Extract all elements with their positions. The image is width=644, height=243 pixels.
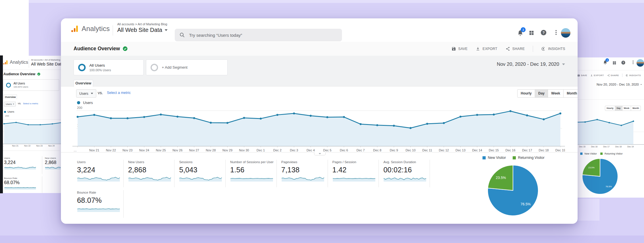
bg-x-label: Dec 17	[603, 146, 610, 148]
sparkline	[77, 175, 120, 182]
bg-visitor-pie-chart: 76.5%23.5%	[581, 158, 620, 195]
background-dark-strip	[0, 55, 3, 193]
bg-metric-select: Users	[4, 102, 16, 107]
notifications-badge: 3	[605, 58, 609, 62]
pie-legend-returning-visitor[interactable]: Returning Visitor	[513, 156, 544, 160]
pie-legend-new-visitor[interactable]: New Visitor	[482, 156, 506, 160]
metric-card-pageviews[interactable]: Pageviews7,138	[281, 160, 329, 183]
svg-text:23.5%: 23.5%	[588, 166, 595, 169]
bg-metric-value: 2,868	[45, 160, 61, 165]
metric-card-pages-session[interactable]: Pages / Session1.42	[332, 160, 380, 183]
metric-label: Number of Sessions per User	[230, 160, 278, 164]
svg-text:23.5%: 23.5%	[496, 176, 506, 180]
pie-legend-label: New Visitor	[488, 156, 506, 160]
bg-metric-value: 68.07%	[4, 180, 36, 185]
pie-legend-returning-visitor: Returning Visitor	[600, 152, 623, 155]
metric-card-avg-session-duration[interactable]: Avg. Session Duration00:02:16	[383, 160, 431, 183]
tab-overview[interactable]: Overview	[74, 80, 93, 87]
chart-expander-tab[interactable]	[314, 152, 326, 155]
divider	[123, 190, 124, 218]
insights-icon	[626, 74, 628, 77]
bg-legend-label: Users	[7, 110, 14, 113]
sparkline	[4, 185, 36, 190]
bg-pie-legend: New VisitorReturning Visitor	[580, 152, 623, 155]
notifications-bell-icon: 3	[603, 60, 608, 66]
svg-text:76.5%: 76.5%	[520, 202, 530, 206]
verified-badge-icon	[37, 72, 41, 76]
action-label: SHARE	[611, 74, 619, 77]
background-bottom-band	[0, 236, 644, 243]
background-corner-white	[0, 0, 29, 57]
action-label: INSIGHTS	[629, 74, 641, 77]
save-icon	[577, 74, 580, 77]
sparkline	[332, 175, 376, 182]
bg-x-axis-labels: …Nov 21Nov 22Nov 23Nov 24	[0, 145, 62, 148]
divider	[123, 160, 124, 187]
action-label: SAVE	[581, 74, 587, 77]
metric-value: 2,868	[128, 166, 176, 174]
metric-card-new-users[interactable]: New Users2,868	[128, 160, 176, 183]
divider	[0, 70, 62, 70]
metric-card-users[interactable]: Users3,224	[77, 160, 124, 183]
pie-legend: New VisitorReturning Visitor	[452, 156, 575, 160]
background-right-analytics-card: 3 ? SAVEEXPORTSHAREINSIGHTS Nov 20, 2020…	[576, 57, 644, 198]
bg-breadcrumb: All accounts > Art of Marketing Blog	[31, 59, 61, 61]
metric-card-number-of-sessions-per-user[interactable]: Number of Sessions per User1.56	[230, 160, 278, 183]
bg-property-name: All Web Site Data	[31, 62, 61, 66]
legend-square-icon	[580, 153, 583, 155]
avatar	[637, 59, 644, 67]
chevron-down-icon	[319, 153, 321, 154]
metric-label: Avg. Session Duration	[383, 160, 431, 164]
metric-value: 1.56	[230, 166, 278, 174]
divider	[225, 160, 226, 187]
divider	[576, 99, 644, 100]
bg-metric-users: Users 3,224	[4, 157, 36, 171]
metric-card-sessions[interactable]: Sessions5,043	[179, 160, 226, 183]
metric-card-bounce-rate[interactable]: Bounce Rate68.07%	[77, 191, 124, 213]
insights-button: INSIGHTS	[626, 74, 641, 77]
metric-value: 3,224	[77, 166, 124, 174]
bg-users-chart-end	[576, 116, 644, 148]
bg-x-label: Dec 18	[615, 146, 622, 148]
granularity-button-month: Month	[631, 106, 641, 111]
metric-label: Sessions	[179, 160, 226, 164]
bg-metric-new-users: New Users 2,868	[45, 157, 61, 171]
bg-metric-label: Bounce Rate	[4, 177, 36, 180]
metric-label: New Users	[128, 160, 176, 164]
help-icon: ?	[621, 60, 626, 66]
bg-metric-value: 3,224	[4, 160, 36, 165]
divider	[378, 160, 379, 187]
bg-select-metric-link: Select a metric	[23, 102, 38, 105]
export-icon	[590, 74, 593, 77]
metric-value: 1.42	[332, 166, 380, 174]
bg-x-label: Nov 22	[24, 145, 30, 147]
more-menu-icon	[631, 60, 635, 66]
save-button: SAVE	[577, 74, 587, 77]
bg-tab-overview: Overview	[4, 95, 17, 99]
bg-y-tick-200: 200	[5, 115, 9, 117]
sparkline	[281, 175, 324, 182]
bg-page-title-text: Audience Overview	[3, 72, 35, 76]
pie-legend-new-visitor: New Visitor	[580, 152, 597, 155]
visitor-type-pie-chart[interactable]: 76.5%23.5%	[486, 164, 540, 217]
bg-vs-label: VS.	[18, 103, 21, 105]
bg-product-name: Analytics	[10, 60, 28, 65]
sparkline	[179, 175, 222, 182]
bg-all-users-segment: All Users 100.00% Users	[3, 79, 59, 91]
granularity-button-day: Day	[615, 106, 622, 111]
bg-x-label: Dec 16	[591, 146, 597, 148]
granularity-button-hourly: Hourly	[605, 106, 615, 111]
divider	[29, 59, 29, 68]
analytics-logo-icon	[3, 60, 8, 65]
bg-actions-row: SAVEEXPORTSHAREINSIGHTS	[577, 74, 641, 77]
divider	[328, 160, 328, 187]
background-top-band	[28, 0, 644, 3]
granularity-button-week: Week	[622, 106, 631, 111]
background-left-analytics-card: Analytics All accounts > Art of Marketin…	[0, 56, 62, 193]
divider	[174, 160, 174, 187]
chevron-down-icon	[641, 84, 642, 85]
legend-square-icon	[513, 156, 516, 159]
metric-label: Pages / Session	[332, 160, 380, 164]
divider	[430, 160, 430, 187]
divider	[576, 70, 644, 70]
